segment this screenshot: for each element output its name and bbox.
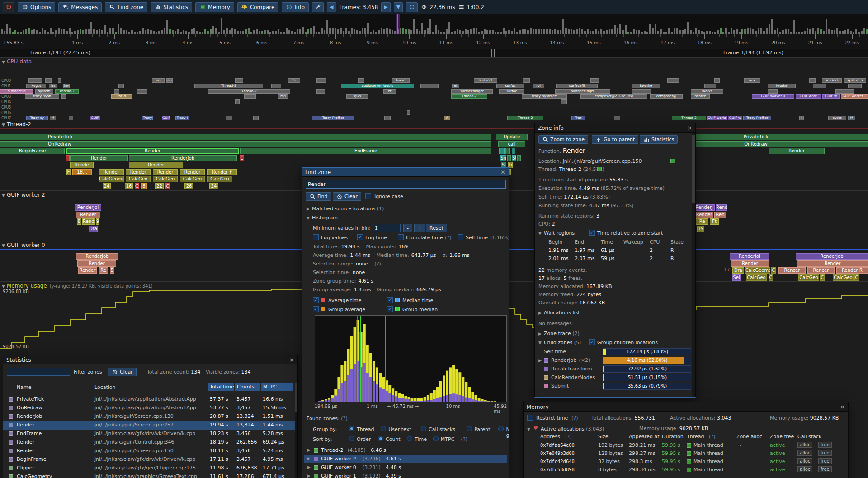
column-header-total-time[interactable]: Total time	[208, 383, 234, 391]
matched-source-locations[interactable]: ▶Matched source locations (1)	[307, 206, 384, 212]
timeline-zone-tracy-systrace[interactable]: tracy_systrace	[522, 94, 567, 99]
time-ruler[interactable]: +55.83 s1 ms2 ms3 ms4 ms5 ms6 ms7 ms8 ms…	[0, 34, 868, 49]
timeline-zone-24[interactable]: 24	[103, 183, 111, 189]
timeline-zone-ias[interactable]: ias	[152, 78, 165, 83]
timeline-zone-renderjob[interactable]: RenderJob	[129, 155, 237, 161]
statistics-table-row[interactable]: EndFramejni/../jni/src/claw/gfx/drv/vk/D…	[3, 430, 295, 438]
timeline-zone-surfaceflinger[interactable]: surfaceflinger	[555, 89, 610, 94]
expand-icon[interactable]: ▶	[307, 465, 311, 469]
collapse-icon[interactable]: ▼	[2, 193, 5, 198]
sort-by-option-count[interactable]	[378, 436, 383, 441]
wait-region-row[interactable]: 2.01 ms2.07 ms59 µs-2R	[535, 256, 696, 263]
zone-info-window-titlebar[interactable]: Zone info ×	[535, 123, 695, 133]
statistics-table-row[interactable]: OnRedrawjni/../jni/src/claw/application/…	[3, 404, 295, 412]
collapse-icon[interactable]: ▼	[307, 216, 310, 220]
close-icon[interactable]: ×	[289, 357, 294, 363]
timeline-zone[interactable]	[632, 89, 651, 94]
thread-header-thread-2[interactable]: ▼Thread-2	[2, 121, 31, 128]
timeline-zone-render[interactable]: Render	[77, 260, 116, 267]
active-allocations-header[interactable]: ▼Active allocations (3,043)	[527, 425, 604, 432]
timeline-zone-sn[interactable]: Sn	[500, 155, 506, 161]
timeline-zone-render-r[interactable]: Render R	[836, 267, 868, 274]
column-header-counts[interactable]: Counts	[235, 383, 260, 391]
timeline-zone-ren[interactable]: Ren	[714, 212, 726, 218]
timeline-zone[interactable]	[809, 78, 816, 83]
collapse-icon[interactable]: ▼	[538, 341, 542, 345]
collapse-icon[interactable]: ▼	[2, 123, 5, 127]
series-checkbox-3[interactable]	[387, 306, 393, 312]
found-zone-group-row[interactable]: ▶GUIF worker 1 (3,192)4.39 s	[304, 472, 507, 478]
child-zone-row[interactable]: Submit35.63 µs (0.79%)	[535, 383, 696, 391]
found-zone-group-row[interactable]: ▶Thread-2 (4,105)6.46 s	[304, 446, 507, 454]
ignore-case-checkbox[interactable]	[365, 193, 371, 199]
timeline-zone[interactable]	[667, 78, 679, 83]
memory-table-row[interactable]: 0x7dfaa64e00192 bytes298.21 ms59.95 sMai…	[524, 442, 849, 450]
timeline-zone-render[interactable]: Render	[66, 148, 239, 154]
find-zone-search-input[interactable]	[306, 180, 506, 189]
timeline-zone-md[interactable]: md	[278, 94, 288, 99]
timeline-zone-8[interactable]: 8	[141, 183, 147, 189]
timeline-zone-rencer[interactable]: Rencer	[807, 267, 835, 274]
timeline-zone-composer-[interactable]: composer@	[650, 94, 683, 99]
timeline-zone-calcgeo[interactable]: CalcGeo	[833, 274, 854, 281]
timeline-zone[interactable]	[358, 78, 364, 83]
call-stack-free-chip[interactable]: free	[818, 458, 832, 464]
timeline-zone-call[interactable]: call	[498, 141, 525, 147]
call-stack-alloc-chip[interactable]: alloc	[797, 458, 812, 464]
timeline-zone-roi[interactable]: roi	[533, 84, 544, 88]
collapse-icon[interactable]: ▼	[2, 243, 5, 248]
timeline-zone-surfaceflin[interactable]: surfaceflin	[0, 89, 33, 94]
collapse-icon[interactable]: ▼	[527, 427, 530, 431]
timeline-zone-et[interactable]: et	[452, 84, 459, 88]
timeline-zone[interactable]	[835, 89, 854, 94]
timeline-zone-thread-2[interactable]: Thread-2	[208, 89, 290, 94]
collapse-icon[interactable]: ▼	[538, 231, 542, 236]
timeline-zone-render[interactable]: Render	[797, 260, 868, 267]
timeline-zone[interactable]	[235, 99, 240, 104]
next-frame-button[interactable]: ▶	[381, 2, 390, 12]
timeline-zone-rencer[interactable]: Rencer	[778, 267, 806, 274]
timeline-zone-re[interactable]: Re	[99, 267, 108, 274]
timeline-zone-au[interactable]: au	[166, 78, 173, 83]
find-zone-button[interactable]: Find zone	[105, 2, 147, 12]
cpu-data-header[interactable]: ▼CPU data	[2, 58, 32, 65]
timeline-zone-kvgpt[interactable]: kvgpt	[26, 84, 46, 88]
timeline-zone-surfaceflinger[interactable]: surfaceflinger	[451, 89, 493, 94]
timeline-zone-8[interactable]: 8	[77, 218, 81, 225]
timeline-zone-thread-2[interactable]: Thread-2	[451, 94, 487, 99]
timeline-zone-22[interactable]: 22	[155, 183, 164, 189]
memory-column-header[interactable]: Zone free	[770, 434, 794, 440]
timeline-zone-rend[interactable]: Rend	[82, 218, 95, 225]
timeline-zone-render[interactable]: Render	[129, 162, 183, 168]
timeline-zone-calcgeo[interactable]: CalcGeo	[746, 274, 767, 281]
timeline-zone-renderjob[interactable]: RenderJob	[796, 253, 868, 260]
close-icon[interactable]: ×	[500, 169, 505, 175]
timeline-zone-rend[interactable]: Rend	[716, 204, 727, 211]
timeline-zone-aux[interactable]: aux	[744, 78, 760, 83]
call-stack-alloc-chip[interactable]: alloc	[797, 450, 812, 456]
timeline-zone[interactable]	[316, 78, 326, 83]
timeline-zone-guif-worker-0[interactable]: GUIF worker 0	[752, 94, 794, 99]
timeline-zone-ft[interactable]: Ft	[710, 218, 719, 225]
timeline-zone-guif-worker-2[interactable]: GUIF worker 2	[841, 94, 868, 99]
expand-icon[interactable]: ▶	[538, 311, 542, 315]
timeline-zone-composer-2-1-se-hw[interactable]: composer@2.1-se (Hw	[580, 94, 647, 99]
scrollbar-thumb[interactable]	[295, 383, 297, 412]
timeline-zone-re[interactable]: Re	[696, 218, 708, 225]
column-header-name[interactable]: Name	[17, 384, 31, 390]
timeline-zone-renderjob[interactable]: RenderJob	[76, 253, 118, 260]
timeline-zone[interactable]	[407, 110, 410, 115]
allocations-list[interactable]: ▶Allocations list	[538, 310, 580, 316]
statistics-table-row[interactable]: Renderjni/../jni/src/guif/Screen.cpp:150…	[3, 447, 295, 455]
timeline-zone-render[interactable]: Render	[126, 169, 151, 175]
timeline-zone[interactable]	[512, 148, 515, 154]
prev-frame-button[interactable]: ◀	[327, 2, 336, 12]
series-checkbox-1[interactable]	[387, 297, 393, 303]
timeline-zone-iworke[interactable]: iworke	[768, 84, 796, 88]
timeline-zone[interactable]	[137, 89, 147, 94]
wait-column-header[interactable]: Time	[601, 239, 613, 245]
timeline-zone-sensors[interactable]: sensors	[822, 78, 842, 83]
timeline-zone-renderj[interactable]: RenderJ	[693, 204, 715, 211]
find-button[interactable]: Find	[306, 192, 331, 201]
child-zones-header[interactable]: ▼Child zones (5)	[538, 340, 581, 345]
